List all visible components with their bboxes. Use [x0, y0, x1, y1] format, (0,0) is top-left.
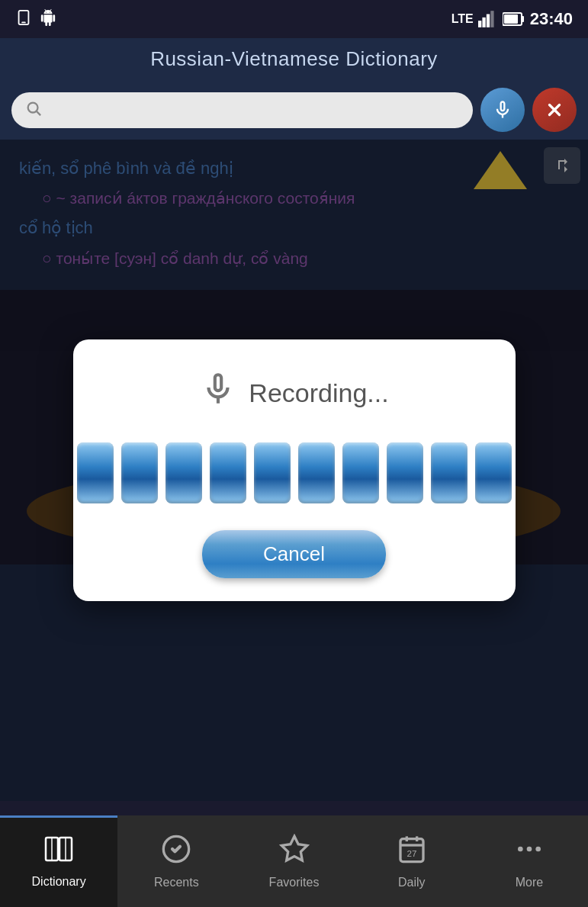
svg-point-35: [527, 846, 532, 851]
close-button[interactable]: [532, 88, 577, 132]
audio-bar-7: [342, 442, 379, 503]
recents-icon: [161, 834, 191, 871]
mic-icon: [492, 99, 513, 121]
svg-rect-3: [482, 18, 485, 27]
recording-title: Recording...: [199, 370, 388, 416]
nav-item-recents[interactable]: Recents: [117, 815, 235, 907]
mic-icon-large: [199, 370, 237, 416]
nav-label-daily: Daily: [398, 876, 426, 889]
nav-label-more: More: [516, 876, 543, 889]
android-icon: [40, 9, 56, 30]
cancel-recording-button[interactable]: Cancel: [202, 530, 386, 578]
audio-bar-1: [77, 442, 114, 503]
phone-icon: [15, 9, 32, 30]
audio-bar-10: [475, 442, 512, 503]
status-bar: LTE 23:40: [0, 0, 588, 38]
svg-rect-7: [522, 16, 524, 22]
audio-bar-8: [387, 442, 423, 503]
signal-icon: [478, 11, 498, 27]
nav-item-dictionary[interactable]: Dictionary: [0, 815, 117, 907]
time-display: 23:40: [530, 9, 573, 29]
app-title: Russian-Vietnamese Dictionary: [150, 47, 438, 70]
svg-rect-4: [487, 14, 490, 27]
nav-label-recents: Recents: [154, 876, 199, 889]
nav-label-favorites: Favorites: [269, 876, 320, 889]
recording-modal-overlay: Recording... Cancel: [0, 140, 588, 801]
microphone-button[interactable]: [480, 88, 525, 132]
daily-icon: 27: [397, 834, 427, 871]
svg-point-36: [535, 846, 541, 851]
nav-item-more[interactable]: More: [471, 815, 588, 907]
battery-icon: [503, 11, 525, 27]
status-bar-right-icons: LTE 23:40: [451, 9, 573, 29]
svg-rect-2: [478, 21, 481, 27]
audio-bar-4: [210, 442, 246, 503]
search-bar-container: [0, 80, 588, 140]
app-header: Russian-Vietnamese Dictionary: [0, 38, 588, 80]
audio-bar-2: [121, 442, 158, 503]
audio-bar-5: [254, 442, 291, 503]
dictionary-icon: [43, 836, 75, 870]
recording-label: Recording...: [249, 378, 388, 408]
search-icon: [25, 100, 42, 121]
svg-rect-8: [504, 14, 518, 24]
bottom-nav: Dictionary Recents Favorites 27 Daily Mo…: [0, 815, 588, 907]
audio-bar-3: [165, 442, 202, 503]
svg-rect-1: [21, 21, 26, 23]
audio-bars: [77, 439, 512, 507]
svg-rect-5: [490, 11, 493, 27]
svg-line-10: [37, 111, 40, 115]
status-bar-left-icons: [15, 9, 56, 30]
more-icon: [514, 834, 545, 871]
close-icon: [545, 100, 564, 120]
search-input-wrapper[interactable]: [11, 92, 473, 128]
audio-bar-9: [431, 442, 468, 503]
nav-item-daily[interactable]: 27 Daily: [353, 815, 471, 907]
svg-text:27: 27: [406, 848, 416, 858]
svg-point-9: [28, 102, 38, 112]
lte-icon: LTE: [451, 12, 474, 26]
main-content: kiến, sổ phê bình và đề nghị ○ ~ записи́…: [0, 140, 588, 801]
nav-item-favorites[interactable]: Favorites: [235, 815, 352, 907]
svg-point-34: [518, 846, 523, 851]
recording-dialog: Recording... Cancel: [73, 339, 516, 601]
nav-label-dictionary: Dictionary: [32, 875, 86, 889]
svg-marker-28: [281, 836, 307, 860]
search-input[interactable]: [50, 102, 459, 118]
favorites-icon: [279, 834, 310, 871]
audio-bar-6: [298, 442, 335, 503]
